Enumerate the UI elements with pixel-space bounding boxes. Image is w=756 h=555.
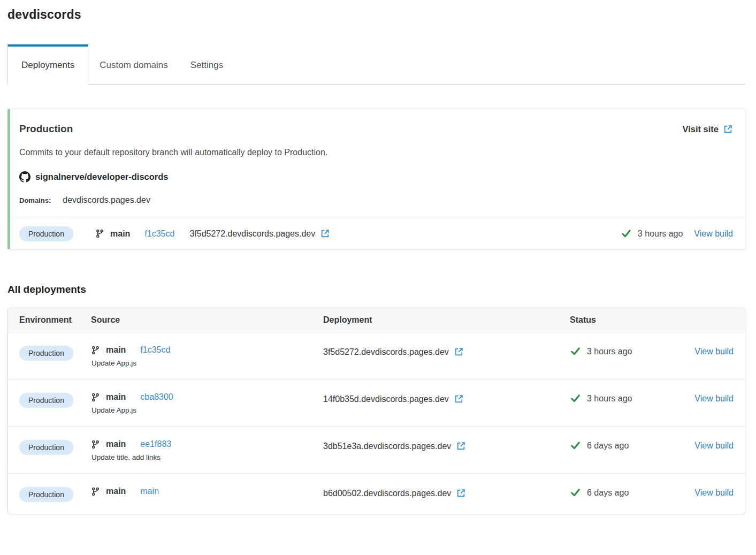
commit-link[interactable]: ee1f883 (140, 439, 171, 449)
environment-badge: Production (19, 226, 73, 241)
commit-message: Update App.js (91, 406, 323, 414)
status-time: 3 hours ago (587, 394, 632, 404)
commit-link[interactable]: f1c35cd (144, 229, 174, 239)
status-time: 6 days ago (587, 488, 629, 498)
deployment-url: b6d00502.devdiscords.pages.dev (323, 489, 451, 498)
pages-project-page: devdiscords Deployments Custom domains S… (0, 0, 756, 530)
visit-site-link[interactable]: Visit site (682, 124, 733, 134)
environment-badge: Production (19, 440, 73, 455)
deployment-url: 3f5d5272.devdiscords.pages.dev (189, 229, 315, 239)
deployment-status: 3 hours ago (570, 345, 686, 357)
production-card: Production Visit site Commits to your de… (7, 109, 745, 249)
external-link-icon[interactable] (454, 347, 464, 357)
external-link-icon[interactable] (454, 394, 464, 404)
status-time: 3 hours ago (638, 229, 683, 239)
environment-badge: Production (19, 393, 73, 408)
branch-name: main (106, 345, 126, 355)
git-branch-icon (91, 393, 100, 402)
deployment-url: 3db51e3a.devdiscords.pages.dev (323, 442, 451, 451)
branch-name: main (106, 392, 126, 402)
branch-name: main (106, 486, 126, 496)
commit-message: Update title, add links (91, 453, 323, 461)
table-header: Environment Source Deployment Status (8, 308, 745, 332)
tab-settings[interactable]: Settings (179, 44, 234, 84)
deployment-status: 3 hours ago (621, 228, 683, 239)
production-deployment-row: Production main f1c35cd 3f5d5272.devdisc… (10, 218, 745, 249)
deployment-status: 6 days ago (570, 439, 686, 451)
deployment-status: 6 days ago (570, 486, 686, 498)
branch-name: main (106, 439, 126, 449)
production-description: Commits to your default repository branc… (19, 148, 733, 157)
check-icon (570, 440, 581, 451)
domains-label: Domains: (19, 196, 51, 204)
check-icon (570, 346, 581, 357)
table-row: Production main cba8300 Update App.js 14… (8, 379, 745, 426)
tab-deployments-label: Deployments (21, 60, 74, 71)
git-branch-icon (91, 487, 100, 496)
deployment-url: 3f5d5272.devdiscords.pages.dev (323, 347, 449, 357)
visit-site-label: Visit site (682, 124, 719, 134)
view-build-link[interactable]: View build (694, 488, 734, 498)
table-row: Production main ee1f883 Update title, ad… (8, 426, 745, 473)
domains-value: devdiscords.pages.dev (63, 195, 150, 205)
tabbar: Deployments Custom domains Settings (7, 44, 745, 85)
commit-message: Update App.js (91, 359, 323, 367)
view-build-link[interactable]: View build (694, 229, 733, 239)
production-card-title: Production (19, 123, 73, 135)
status-time: 3 hours ago (587, 347, 632, 356)
git-branch-icon (91, 440, 100, 449)
check-icon (570, 487, 581, 498)
external-link-icon (723, 124, 733, 134)
column-header-environment: Environment (19, 315, 91, 325)
table-row: Production main f1c35cd Update App.js 3f… (8, 332, 745, 379)
external-link-icon[interactable] (456, 488, 466, 498)
github-icon (19, 171, 30, 183)
check-icon (621, 228, 632, 239)
view-build-link[interactable]: View build (694, 394, 734, 404)
commit-link[interactable]: main (140, 486, 159, 496)
tab-settings-label: Settings (190, 60, 223, 71)
column-header-status: Status (570, 315, 734, 325)
git-branch-icon (91, 346, 100, 355)
column-header-deployment: Deployment (323, 315, 570, 325)
tab-deployments[interactable]: Deployments (7, 44, 88, 85)
view-build-link[interactable]: View build (694, 347, 734, 356)
external-link-icon[interactable] (456, 441, 466, 451)
branch-name: main (110, 229, 130, 239)
status-time: 6 days ago (587, 441, 629, 451)
deployments-table: Environment Source Deployment Status Pro… (7, 308, 745, 514)
domains-row: Domains: devdiscords.pages.dev (19, 195, 733, 218)
check-icon (570, 393, 581, 404)
tab-custom-domains-label: Custom domains (100, 60, 168, 71)
environment-badge: Production (19, 346, 73, 361)
external-link-icon[interactable] (320, 229, 330, 239)
repo-row: signalnerve/developer-discords (19, 171, 733, 183)
tab-custom-domains[interactable]: Custom domains (88, 44, 179, 84)
repo-name: signalnerve/developer-discords (35, 172, 169, 182)
view-build-link[interactable]: View build (694, 441, 734, 451)
environment-badge: Production (19, 487, 73, 502)
table-row: Production main main b6d00502.devdiscord… (8, 473, 745, 514)
commit-link[interactable]: cba8300 (140, 392, 173, 402)
deployment-status: 3 hours ago (570, 392, 686, 404)
all-deployments-heading: All deployments (7, 284, 745, 295)
git-branch-icon (95, 229, 104, 238)
column-header-source: Source (91, 315, 323, 325)
page-title: devdiscords (7, 7, 745, 22)
commit-link[interactable]: f1c35cd (140, 345, 170, 355)
deployment-url: 14f0b35d.devdiscords.pages.dev (323, 394, 449, 404)
